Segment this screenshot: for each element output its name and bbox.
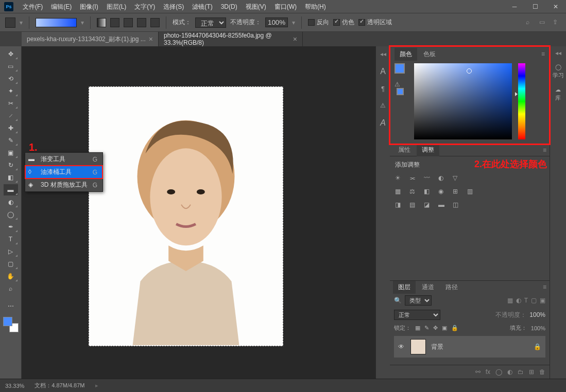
exposure-icon[interactable]: ◐ xyxy=(438,174,448,184)
lock-transparent-icon[interactable]: ▦ xyxy=(415,325,420,331)
history-brush-tool[interactable]: ↻ xyxy=(4,159,18,171)
bw-icon[interactable]: ◧ xyxy=(424,188,433,197)
panel-menu-icon[interactable]: ≡ xyxy=(543,283,546,291)
visibility-icon[interactable]: 👁 xyxy=(398,343,405,350)
brightness-icon[interactable]: ☀ xyxy=(395,174,404,184)
threshold-icon[interactable]: ◪ xyxy=(424,201,433,210)
learn-panel-button[interactable]: ◯学习 xyxy=(553,64,564,79)
fill-value[interactable]: 100% xyxy=(531,325,545,331)
mixer-icon[interactable]: ⊞ xyxy=(453,188,462,197)
menu-view[interactable]: 视图(V) xyxy=(242,0,270,13)
zoom-level[interactable]: 33.33% xyxy=(5,383,24,389)
reverse-checkbox[interactable]: 反向 xyxy=(308,18,329,27)
edit-toolbar[interactable]: ⋯ xyxy=(4,300,18,312)
blend-mode-select[interactable]: 正常 xyxy=(195,17,226,28)
close-icon[interactable]: × xyxy=(149,35,153,43)
posterize-icon[interactable]: ▤ xyxy=(409,201,419,210)
collapse-icon[interactable]: ◂◂ xyxy=(555,49,561,57)
curves-icon[interactable]: 〰 xyxy=(424,174,433,184)
document-size[interactable]: 文档：4.87M/4.87M xyxy=(35,382,84,389)
link-layers-icon[interactable]: ⚯ xyxy=(475,368,481,376)
hue-icon[interactable]: ▦ xyxy=(395,188,404,197)
color-field[interactable] xyxy=(414,63,512,139)
gradient-picker[interactable] xyxy=(36,18,77,27)
warning-icon[interactable]: ⚠ xyxy=(380,102,386,109)
flyout-3d-material-tool[interactable]: ◈ 3D 材质拖放工具 G xyxy=(25,179,102,191)
panel-menu-icon[interactable]: ≡ xyxy=(541,50,545,58)
crop-tool[interactable]: ✂ xyxy=(4,98,18,109)
panel-menu-icon[interactable]: ≡ xyxy=(543,147,546,154)
layer-name[interactable]: 背景 xyxy=(431,343,443,351)
new-group-icon[interactable]: 🗀 xyxy=(518,368,524,376)
balance-icon[interactable]: ⚖ xyxy=(409,188,419,197)
selective-icon[interactable]: ◫ xyxy=(453,201,462,210)
invert-icon[interactable]: ◨ xyxy=(395,201,404,210)
menu-3d[interactable]: 3D(D) xyxy=(217,0,242,13)
doc-tab[interactable]: pexels-kha-ruxury-13134302_副本(1).jpg ...… xyxy=(22,32,159,46)
character-panel-icon[interactable]: A xyxy=(380,67,386,76)
transparency-checkbox[interactable]: 透明区域 xyxy=(358,18,392,27)
dodge-tool[interactable]: ◯ xyxy=(4,209,18,220)
gradient-reflected[interactable] xyxy=(137,18,146,27)
menu-filter[interactable]: 滤镜(T) xyxy=(188,0,216,13)
marquee-tool[interactable]: ▭ xyxy=(4,61,18,72)
filter-pixel-icon[interactable]: ▦ xyxy=(507,297,513,304)
layer-style-icon[interactable]: fx xyxy=(486,368,490,376)
layer-thumbnail[interactable] xyxy=(410,339,426,354)
properties-tab[interactable]: 属性 xyxy=(393,144,416,156)
close-button[interactable]: ✕ xyxy=(545,0,566,13)
tool-preset-picker[interactable] xyxy=(5,17,15,28)
path-select-tool[interactable]: ▷ xyxy=(4,246,18,257)
search-icon[interactable]: ⌕ xyxy=(526,19,534,27)
new-fill-icon[interactable]: ◐ xyxy=(507,368,512,376)
canvas-area[interactable] xyxy=(22,46,375,379)
workspace-icon[interactable]: ▭ xyxy=(539,19,547,27)
flyout-gradient-tool[interactable]: ▬ 渐变工具 G xyxy=(25,153,102,166)
color-fg-swatch[interactable] xyxy=(395,63,405,74)
color-tab[interactable]: 颜色 xyxy=(395,48,417,61)
eyedropper-tool[interactable]: ⟋ xyxy=(4,110,18,121)
levels-icon[interactable]: ⫘ xyxy=(409,174,419,184)
blend-mode-select[interactable]: 正常 xyxy=(394,310,440,320)
dither-checkbox[interactable]: 仿色 xyxy=(333,18,354,27)
color-bg-swatch[interactable] xyxy=(397,88,404,95)
gradient-diamond[interactable] xyxy=(150,18,160,27)
menu-window[interactable]: 窗口(W) xyxy=(270,0,301,13)
swatches-tab[interactable]: 色板 xyxy=(418,48,441,61)
zoom-tool[interactable]: ⌕ xyxy=(4,283,18,294)
lock-position-icon[interactable]: ✥ xyxy=(433,325,438,331)
libraries-panel-button[interactable]: ☁库 xyxy=(555,86,561,102)
lock-artboard-icon[interactable]: ▣ xyxy=(442,325,447,331)
lock-all-icon[interactable]: 🔒 xyxy=(451,325,458,331)
lock-paint-icon[interactable]: ✎ xyxy=(424,325,429,331)
new-layer-icon[interactable]: ⊞ xyxy=(529,368,534,376)
foreground-color[interactable] xyxy=(3,317,12,326)
channels-tab[interactable]: 通道 xyxy=(417,281,439,294)
status-more-icon[interactable]: ▸ xyxy=(95,382,98,389)
gradient-radial[interactable] xyxy=(110,18,119,27)
vibrance-icon[interactable]: ▽ xyxy=(453,174,462,184)
menu-help[interactable]: 帮助(H) xyxy=(301,0,330,13)
delete-layer-icon[interactable]: 🗑 xyxy=(539,368,545,376)
layers-tab[interactable]: 图层 xyxy=(393,281,416,294)
layer-opacity-value[interactable]: 100% xyxy=(529,311,545,318)
doc-tab[interactable]: photo-1594470643046-8255fe0a.jpg @ 33.3%… xyxy=(159,32,303,46)
maximize-button[interactable]: ☐ xyxy=(525,0,545,13)
menu-layer[interactable]: 图层(L) xyxy=(102,0,131,13)
gradient-angle[interactable] xyxy=(124,18,133,27)
layer-item[interactable]: 👁 背景 🔒 xyxy=(394,336,545,358)
lasso-tool[interactable]: ⟲ xyxy=(4,73,18,84)
layer-filter-type[interactable]: 类型 xyxy=(405,295,432,306)
quick-select-tool[interactable]: ✦ xyxy=(4,85,18,97)
minimize-button[interactable]: ─ xyxy=(504,0,525,13)
pen-tool[interactable]: ✒ xyxy=(4,221,18,233)
opacity-input[interactable] xyxy=(265,17,288,27)
type-tool[interactable]: T xyxy=(4,234,18,245)
flyout-paint-bucket-tool[interactable]: ◊ 油漆桶工具 G xyxy=(25,166,102,179)
filter-type-icon[interactable]: T xyxy=(524,297,528,304)
brush-tool[interactable]: ✎ xyxy=(4,135,18,146)
blur-tool[interactable]: ◐ xyxy=(4,197,18,208)
paragraph-panel-icon[interactable]: ¶ xyxy=(381,85,384,93)
document-canvas[interactable] xyxy=(89,86,283,346)
menu-image[interactable]: 图像(I) xyxy=(76,0,102,13)
